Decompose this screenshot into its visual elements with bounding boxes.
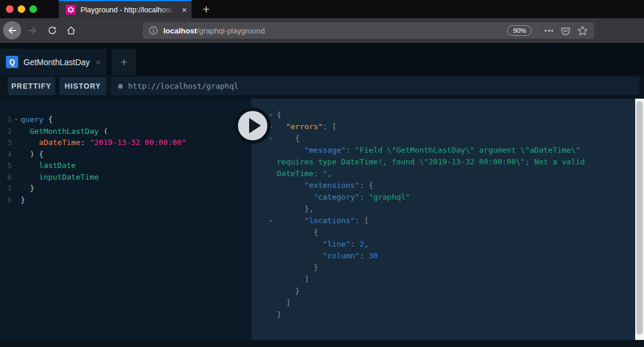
prettify-button[interactable]: PRETTIFY <box>8 77 55 95</box>
code-line: "category": "graphql" <box>269 191 644 203</box>
code-text: "category": "graphql" <box>277 191 603 203</box>
pocket-icon[interactable] <box>560 25 571 36</box>
bookmark-star-icon[interactable] <box>577 25 588 36</box>
code-line: ▾ "errors": [ <box>269 121 644 133</box>
code-line: 5 lastDate <box>1 160 251 171</box>
code-text: ] <box>277 274 603 285</box>
line-number: 6 <box>1 171 12 183</box>
fold-toggle-icon[interactable]: ▾ <box>12 114 21 126</box>
app-window: Playground - http://localhost/gr × + loc… <box>0 0 644 347</box>
playground-tab-getmonthlastday[interactable]: Q GetMonthLastDay × <box>0 49 106 75</box>
fold-toggle-icon[interactable]: ▾ <box>269 109 277 121</box>
code-line: ▾{ <box>269 109 644 121</box>
code-text: }, <box>277 203 603 215</box>
browser-tab[interactable]: Playground - http://localhost/gr × <box>59 0 192 18</box>
code-line: { <box>269 227 644 238</box>
code-line: 2 GetMonthLastDay ( <box>1 126 251 137</box>
endpoint-url-text: http://localhost/graphql <box>128 82 239 90</box>
code-line: 6 inputDateTime <box>1 171 251 183</box>
play-icon <box>249 118 261 133</box>
playground-tab-title: GetMonthLastDay <box>24 58 90 67</box>
toolbar-separator <box>538 25 538 36</box>
tab-title-fade <box>160 2 174 18</box>
response-scrollbar-track[interactable] <box>635 99 644 340</box>
back-arrow-icon <box>7 25 18 36</box>
response-pane: ▾{▾ "errors": [▾ { "message": "Field \"G… <box>251 99 644 340</box>
code-text: ) { <box>21 149 43 160</box>
fold-toggle-icon[interactable]: ▾ <box>269 215 277 227</box>
zoom-level-badge[interactable]: 90% <box>507 25 532 36</box>
code-text: "column": 30 <box>277 250 603 262</box>
browser-tab-title: Playground - http://localhost/gr <box>80 6 172 14</box>
browser-toolbar: localhost/graphql-playground 90% ••• <box>0 18 644 43</box>
code-line: 7 } <box>1 183 251 194</box>
reload-icon <box>47 25 58 36</box>
code-text: "errors": [ <box>277 121 603 133</box>
response-scrollbar-thumb[interactable] <box>636 101 643 335</box>
line-number: 5 <box>1 160 12 171</box>
home-button[interactable] <box>65 24 78 37</box>
code-line: 8} <box>1 194 251 206</box>
browser-tab-close-icon[interactable]: × <box>182 5 187 14</box>
page-actions-icon[interactable]: ••• <box>544 26 554 35</box>
playground-bottom-bar <box>0 340 644 347</box>
browser-new-tab-button[interactable]: + <box>197 0 215 18</box>
line-number: 2 <box>1 126 12 137</box>
forward-button[interactable] <box>26 24 39 37</box>
code-text: GetMonthLastDay ( <box>21 126 108 137</box>
code-text: "locations": [ <box>277 215 603 227</box>
code-line: } <box>269 262 644 274</box>
code-text: "extensions": { <box>277 180 603 191</box>
code-text: lastDate <box>21 160 76 171</box>
response-viewer: ▾{▾ "errors": [▾ { "message": "Field \"G… <box>251 99 644 321</box>
site-info-icon[interactable] <box>149 26 158 35</box>
code-line: "message": "Field \"GetMonthLastDay\" ar… <box>269 144 644 180</box>
back-button[interactable] <box>3 21 21 39</box>
code-text: } <box>21 183 34 194</box>
code-text: } <box>277 285 603 297</box>
code-line: } <box>269 309 644 321</box>
query-editor[interactable]: 1▾query {2 GetMonthLastDay (3 aDateTime:… <box>0 99 251 205</box>
code-line: 1▾query { <box>1 114 251 126</box>
code-line: 3 aDateTime: "2019-13-32 00:00:00" <box>1 137 251 149</box>
code-text: } <box>21 194 25 206</box>
code-line: ] <box>269 297 644 309</box>
url-path: /graphql-playground <box>197 26 265 35</box>
playground-toolbar: PRETTIFY HISTORY http://localhost/graphq… <box>0 75 644 99</box>
window-close-button[interactable] <box>6 5 14 13</box>
endpoint-url-input[interactable]: http://localhost/graphql <box>111 77 639 95</box>
code-text: "line": 2, <box>277 238 603 250</box>
code-text: inputDateTime <box>21 171 99 183</box>
code-text: } <box>277 262 603 274</box>
line-number: 3 <box>1 137 12 149</box>
browser-tab-bar: Playground - http://localhost/gr × + <box>0 0 644 18</box>
execute-query-button[interactable] <box>234 107 271 144</box>
line-number: 1 <box>1 114 12 126</box>
code-line: "column": 30 <box>269 250 644 262</box>
query-editor-pane[interactable]: 1▾query {2 GetMonthLastDay (3 aDateTime:… <box>0 99 251 340</box>
code-line: 4 ) { <box>1 149 251 160</box>
window-minimize-button[interactable] <box>18 5 25 13</box>
endpoint-status-dot <box>118 84 123 89</box>
code-line: "line": 2, <box>269 238 644 250</box>
url-host: localhost <box>163 26 197 35</box>
forward-arrow-icon <box>27 25 38 36</box>
code-text: { <box>277 133 603 144</box>
reload-button[interactable] <box>46 24 59 37</box>
code-line: } <box>269 285 644 297</box>
url-bar[interactable]: localhost/graphql-playground 90% ••• <box>143 22 594 39</box>
playground-tab-close-icon[interactable]: × <box>96 57 101 67</box>
code-line: ▾ "locations": [ <box>269 215 644 227</box>
code-text: query { <box>21 114 53 126</box>
code-text: { <box>277 109 603 121</box>
code-text: "message": "Field \"GetMonthLastDay\" ar… <box>277 144 603 180</box>
line-number: 8 <box>1 194 12 206</box>
window-zoom-button[interactable] <box>29 5 37 13</box>
playground-new-tab-button[interactable]: + <box>112 49 136 75</box>
code-text: ] <box>277 297 603 309</box>
fold-toggle-icon[interactable]: ▾ <box>269 133 277 144</box>
line-number: 4 <box>1 149 12 160</box>
home-icon <box>66 25 76 36</box>
code-line: ▾ { <box>269 133 644 144</box>
history-button[interactable]: HISTORY <box>59 77 106 95</box>
